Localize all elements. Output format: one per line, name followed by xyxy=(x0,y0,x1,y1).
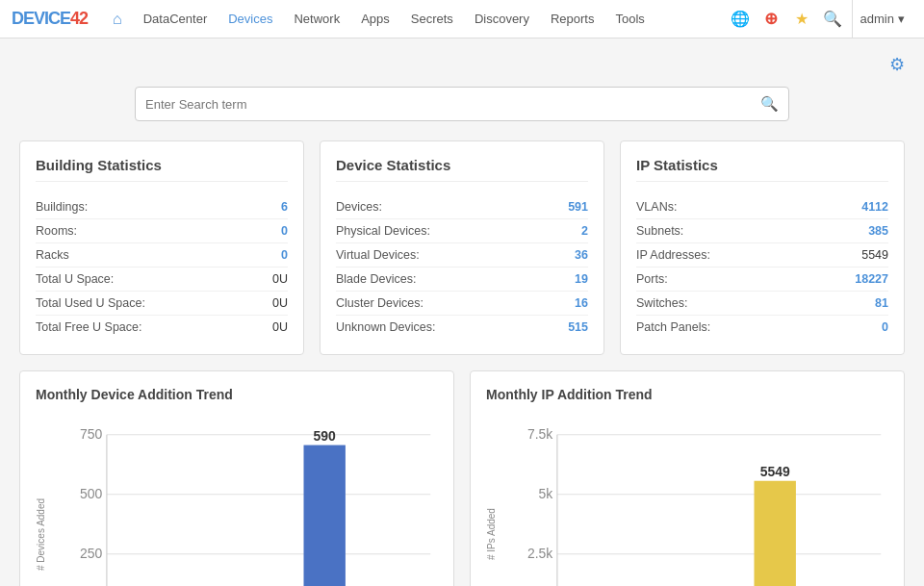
stat-free-u-label: Total Free U Space: xyxy=(36,320,141,334)
stat-buildings-label: Buildings: xyxy=(36,200,88,214)
main-content: ⚙ 🔍 Building Statistics Buildings: 6 Roo… xyxy=(0,38,924,586)
nav-link-discovery[interactable]: Discovery xyxy=(465,0,539,38)
stat-devices: Devices: 591 xyxy=(336,195,588,219)
search-submit-icon[interactable]: 🔍 xyxy=(760,95,779,113)
stats-cards-row: Building Statistics Buildings: 6 Rooms: … xyxy=(19,140,905,355)
stat-racks-value[interactable]: 0 xyxy=(281,248,288,262)
svg-text:5k: 5k xyxy=(539,486,553,501)
stat-virtual: Virtual Devices: 36 xyxy=(336,243,588,268)
stat-switches: Switches: 81 xyxy=(636,292,888,316)
stat-ports-label: Ports: xyxy=(636,272,668,286)
nav-link-apps[interactable]: Apps xyxy=(351,0,399,38)
stat-physical-label: Physical Devices: xyxy=(336,224,430,238)
building-stats-title: Building Statistics xyxy=(36,157,288,182)
stat-subnets-label: Subnets: xyxy=(636,224,683,238)
ip-stats-card: IP Statistics VLANs: 4112 Subnets: 385 I… xyxy=(620,140,905,355)
search-bar-container: 🔍 xyxy=(19,87,905,121)
stat-buildings: Buildings: 6 xyxy=(36,195,288,219)
svg-text:7.5k: 7.5k xyxy=(527,426,552,442)
nav-link-datacenter[interactable]: DataCenter xyxy=(134,0,217,38)
stat-blade-value[interactable]: 19 xyxy=(575,272,588,286)
stat-racks-label: Racks xyxy=(36,248,69,262)
stat-used-u-label: Total Used U Space: xyxy=(36,296,145,310)
nav-link-network[interactable]: Network xyxy=(284,0,349,38)
stat-switches-value[interactable]: 81 xyxy=(875,296,888,310)
nav-link-devices[interactable]: Devices xyxy=(218,0,282,38)
ip-stats-title: IP Statistics xyxy=(636,157,888,182)
ip-chart-y-label: # IPs Added xyxy=(486,414,497,586)
search-nav-icon[interactable]: 🔍 xyxy=(821,8,844,31)
stat-virtual-label: Virtual Devices: xyxy=(336,248,420,262)
stat-unknown: Unknown Devices: 515 xyxy=(336,316,588,339)
stat-buildings-value[interactable]: 6 xyxy=(281,200,288,214)
stat-ip-addresses-label: IP Addresses: xyxy=(636,248,710,262)
globe-icon[interactable]: 🌐 xyxy=(729,8,752,31)
svg-text:5549: 5549 xyxy=(760,464,790,479)
stat-patch-panels-value[interactable]: 0 xyxy=(882,320,888,334)
stat-unknown-value[interactable]: 515 xyxy=(568,320,588,334)
stat-used-u: Total Used U Space: 0U xyxy=(36,292,288,316)
stat-cluster-label: Cluster Devices: xyxy=(336,296,424,310)
stat-free-u-value: 0U xyxy=(272,320,288,334)
gear-row: ⚙ xyxy=(19,54,905,75)
svg-text:750: 750 xyxy=(80,426,103,442)
stat-subnets-value[interactable]: 385 xyxy=(868,224,888,238)
ip-chart-svg: 7.5k 5k 2.5k 0k 5549 Sep Oct Nov Dec xyxy=(500,414,888,586)
stat-vlans-value[interactable]: 4112 xyxy=(861,200,888,214)
navbar: DEVICE42 ⌂ DataCenter Devices Network Ap… xyxy=(0,0,924,38)
stat-total-u-value: 0U xyxy=(272,272,288,286)
stat-unknown-label: Unknown Devices: xyxy=(336,320,436,334)
ip-chart-svg-container: 7.5k 5k 2.5k 0k 5549 Sep Oct Nov Dec xyxy=(500,414,888,586)
svg-text:500: 500 xyxy=(80,486,103,501)
stat-ip-addresses-value: 5549 xyxy=(861,248,888,262)
charts-row: Monthly Device Addition Trend # Devices … xyxy=(19,370,905,586)
stat-patch-panels-label: Patch Panels: xyxy=(636,320,710,334)
stat-total-u: Total U Space: 0U xyxy=(36,268,288,292)
stat-total-u-label: Total U Space: xyxy=(36,272,114,286)
stat-rooms: Rooms: 0 xyxy=(36,219,288,243)
device-chart-card: Monthly Device Addition Trend # Devices … xyxy=(19,370,454,586)
search-bar: 🔍 xyxy=(135,87,789,121)
svg-text:590: 590 xyxy=(314,428,337,444)
stat-patch-panels: Patch Panels: 0 xyxy=(636,316,888,339)
username: admin xyxy=(860,12,894,26)
user-dropdown-arrow: ▾ xyxy=(898,12,905,26)
stat-blade: Blade Devices: 19 xyxy=(336,268,588,292)
star-icon[interactable]: ★ xyxy=(790,8,813,31)
stat-free-u: Total Free U Space: 0U xyxy=(36,316,288,339)
stat-vlans: VLANs: 4112 xyxy=(636,195,888,219)
device-stats-title: Device Statistics xyxy=(336,157,588,182)
navbar-right: 🌐 ⊕ ★ 🔍 admin ▾ xyxy=(729,0,912,38)
ip-chart-bar xyxy=(755,481,796,586)
stat-devices-label: Devices: xyxy=(336,200,382,214)
user-menu[interactable]: admin ▾ xyxy=(852,0,912,38)
stat-switches-label: Switches: xyxy=(636,296,688,310)
stat-physical: Physical Devices: 2 xyxy=(336,219,588,243)
stat-used-u-value: 0U xyxy=(272,296,288,310)
logo-num: 42 xyxy=(70,9,88,28)
device-chart-title: Monthly Device Addition Trend xyxy=(36,387,438,402)
nav-link-secrets[interactable]: Secrets xyxy=(401,0,463,38)
nav-links: ⌂ DataCenter Devices Network Apps Secret… xyxy=(103,0,729,38)
stat-racks: Racks 0 xyxy=(36,243,288,268)
stat-virtual-value[interactable]: 36 xyxy=(575,248,588,262)
stat-devices-value[interactable]: 591 xyxy=(568,200,588,214)
nav-link-reports[interactable]: Reports xyxy=(541,0,604,38)
stat-ports: Ports: 18227 xyxy=(636,268,888,292)
stat-rooms-value[interactable]: 0 xyxy=(281,224,288,238)
device-chart-svg-container: 750 500 250 0 590 Sep Oct Nov Dec xyxy=(50,414,438,586)
stat-ports-value[interactable]: 18227 xyxy=(855,272,888,286)
help-icon[interactable]: ⊕ xyxy=(759,8,783,31)
device-chart-svg: 750 500 250 0 590 Sep Oct Nov Dec xyxy=(50,414,438,586)
stat-physical-value[interactable]: 2 xyxy=(581,224,588,238)
stat-ip-addresses: IP Addresses: 5549 xyxy=(636,243,888,268)
device-chart-y-label: # Devices Added xyxy=(36,414,46,586)
search-input[interactable] xyxy=(145,97,760,112)
home-nav-link[interactable]: ⌂ xyxy=(103,0,132,38)
building-stats-card: Building Statistics Buildings: 6 Rooms: … xyxy=(19,140,304,355)
stat-cluster-value[interactable]: 16 xyxy=(575,296,588,310)
svg-text:2.5k: 2.5k xyxy=(527,546,552,561)
ip-chart-title: Monthly IP Addition Trend xyxy=(486,387,888,402)
settings-icon[interactable]: ⚙ xyxy=(889,54,905,75)
nav-link-tools[interactable]: Tools xyxy=(605,0,654,38)
